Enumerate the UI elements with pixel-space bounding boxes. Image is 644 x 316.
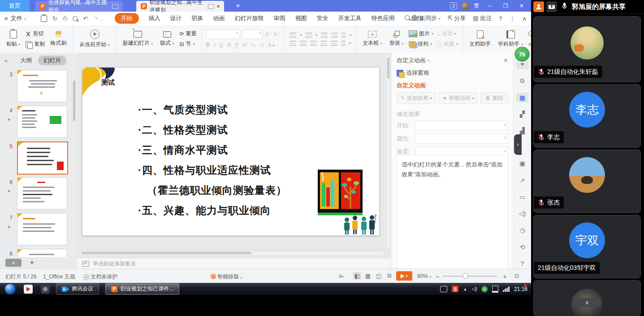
notes-bar[interactable]: 单击此处添加备注 — [77, 258, 396, 269]
smart-layout-button[interactable]: Ⓦ 智能排版 ▴ — [211, 273, 242, 281]
slide-title[interactable]: 测试 — [101, 78, 115, 87]
increase-font-button[interactable]: A⁺ — [265, 31, 272, 38]
zoom-level[interactable]: 60% ▾ — [417, 273, 431, 279]
notes-toggle-icon[interactable]: ≡▾ — [339, 273, 344, 279]
zoom-slider-knob[interactable] — [462, 273, 468, 279]
add-slide-button[interactable]: + — [30, 258, 35, 268]
tab-devtools[interactable]: 开发工具 — [338, 14, 362, 22]
doc-assistant-button[interactable]: 文档助手 — [467, 30, 493, 49]
help-pane-icon[interactable]: ? — [516, 259, 529, 269]
layout-button[interactable]: 版式 ▾ — [158, 30, 176, 48]
presentation-taskbar-button[interactable]: P 职业规划之知己课件... — [105, 283, 179, 295]
clear-format-button[interactable]: ◇ — [260, 42, 264, 48]
outline-button[interactable]: ▢轮廓 ▾ — [437, 40, 458, 48]
export-icon[interactable]: ↻ — [52, 15, 57, 22]
line-spacing-icon[interactable] — [341, 41, 346, 46]
timer-pane-icon[interactable]: ◷ — [516, 225, 529, 235]
thumbnail-menu-button[interactable]: ≡ — [5, 259, 22, 267]
slide-canvas[interactable]: 测试 ·一、气质类型测试 ·二、性格类型测试 ·三、情商水平测试 ·四、性格与职… — [82, 67, 380, 236]
subscript-button[interactable]: x₂ — [251, 42, 256, 48]
slide-thumb-4[interactable]: 4 ★ — [0, 106, 77, 137]
input-indicator-icon[interactable] — [440, 286, 447, 292]
participant-tile[interactable]: 21级自动化朱轩磊 — [533, 16, 641, 82]
network-device-icon[interactable] — [492, 286, 498, 293]
box-pane-icon[interactable]: ▭ — [516, 192, 529, 202]
sync-status[interactable]: 未同步 ▾ — [411, 14, 441, 22]
slide-sorter-view-button[interactable]: ▦ — [364, 272, 372, 279]
tab-slideshow[interactable]: 幻灯片放映 — [235, 14, 264, 22]
align-center-icon[interactable] — [300, 41, 307, 46]
shapes-button[interactable]: 形状 ▾ — [388, 30, 405, 48]
font-name-combo[interactable] — [206, 30, 240, 39]
start-dropdown[interactable] — [415, 121, 508, 131]
close-button[interactable]: ✕ — [516, 3, 527, 9]
new-slide-button[interactable]: 新建幻灯片 ▾ — [121, 30, 155, 48]
save-icon[interactable] — [41, 15, 47, 22]
antivirus-icon[interactable]: + — [481, 286, 488, 292]
layout-pane-icon[interactable]: ▞ — [516, 109, 529, 119]
property-dropdown[interactable] — [415, 134, 508, 144]
member-score-badge[interactable]: 76 — [514, 46, 531, 63]
outline-tab[interactable]: 大纲 — [20, 56, 32, 64]
close-panel-icon[interactable]: ✕ — [503, 57, 508, 64]
slideshow-view-button[interactable]: ⧉ — [385, 272, 393, 279]
participant-tile[interactable]: 李志 李志 — [533, 84, 641, 148]
fill-button[interactable]: ⌂填充 ▾ — [437, 30, 458, 38]
document-tab-2[interactable]: P 职业规划之知...高中生涯规划 — [136, 1, 224, 12]
decrease-font-button[interactable]: A⁻ — [274, 31, 280, 38]
text-direction-icon[interactable] — [341, 33, 346, 38]
history-pane-icon[interactable]: ⟲ — [516, 242, 529, 252]
increase-indent-icon[interactable] — [331, 33, 338, 38]
tab-home[interactable]: 开始 — [115, 13, 139, 24]
mic-icon[interactable] — [562, 2, 567, 11]
justify-icon[interactable] — [320, 41, 327, 46]
animation-pane-icon[interactable]: ▦ — [516, 93, 529, 102]
tab-animation[interactable]: 动画 — [213, 14, 225, 22]
volume-icon[interactable]: ◁) — [471, 286, 477, 292]
char-spacing-button[interactable]: ā ▾ — [268, 42, 274, 48]
media-pane-icon[interactable]: ◁) — [516, 209, 529, 218]
zoom-out-button[interactable]: − — [436, 273, 439, 280]
normal-view-button[interactable]: ◧ — [353, 272, 361, 279]
format-painter-button[interactable]: 格式刷 — [48, 30, 68, 48]
redo-icon[interactable]: ↷ ⌄ — [93, 15, 103, 22]
restore-button[interactable]: ❐ — [500, 3, 511, 9]
more-icon[interactable]: ⋮ — [509, 15, 515, 22]
print-preview-icon[interactable] — [73, 16, 78, 21]
start-button[interactable] — [4, 283, 16, 295]
switch-pane-icon[interactable]: ⧉ — [516, 76, 529, 85]
help-icon[interactable]: ? — [499, 15, 502, 22]
meeting-taskbar-button[interactable]: 腾讯会议 — [56, 283, 99, 295]
slide-thumb-8[interactable]: 8 — [0, 249, 77, 257]
decrease-indent-icon[interactable] — [321, 33, 328, 38]
section-button[interactable]: ⊟节 ▾ — [179, 40, 196, 48]
participant-tile[interactable]: 宇双 21级自动化03邹宇双 — [533, 215, 641, 278]
slide-thumb-5-selected[interactable]: 5 — [0, 141, 77, 173]
play-from-current-button[interactable]: 从当前开始 ▾ — [78, 29, 111, 49]
delete-effect-button[interactable]: 🗑删除 — [480, 92, 508, 104]
play-slideshow-button[interactable]: ▾ — [396, 271, 412, 281]
add-effect-button[interactable]: ✎ 添加效果 ▾ — [397, 92, 436, 104]
paste-button[interactable]: 粘贴 ▾ — [4, 29, 22, 49]
participants-button[interactable] — [533, 1, 544, 12]
participant-tile[interactable]: 张杰 — [533, 149, 641, 213]
print-icon[interactable]: ⎙ — [63, 15, 67, 22]
cut-button[interactable]: 剪切 — [26, 30, 45, 38]
document-tab-1[interactable]: P 生涯探索与规...高中主题班会 — [35, 1, 123, 12]
tab-security[interactable]: 安全 — [317, 14, 328, 22]
smart-animation-button[interactable]: ★ 智能动画 ▾ — [439, 92, 478, 104]
slide-thumb-3[interactable]: 3 ✳ — [0, 70, 77, 101]
tab-design[interactable]: 设计 — [170, 14, 182, 22]
minimize-button[interactable]: ─ — [484, 3, 495, 9]
underline-button[interactable]: U — [220, 42, 224, 48]
theme-name[interactable]: 1_Office 主题 — [43, 273, 75, 281]
account-name[interactable]: 萱 — [474, 2, 479, 10]
slide-thumb-7[interactable]: 7 ★ — [0, 213, 77, 244]
tab-insert[interactable]: 插入 — [149, 14, 160, 22]
undo-icon[interactable]: ↶ — [83, 15, 88, 22]
font-color-button[interactable]: A — [235, 41, 238, 48]
new-tab-button[interactable]: + — [236, 0, 240, 12]
selection-pane-button[interactable]: 选择窗格 — [397, 69, 508, 77]
reading-view-button[interactable]: ◫ — [375, 272, 383, 279]
animation-list-box[interactable]: 选中幻灯片的某个元素，然后单击“添加效果”添加动画。 — [397, 155, 508, 278]
